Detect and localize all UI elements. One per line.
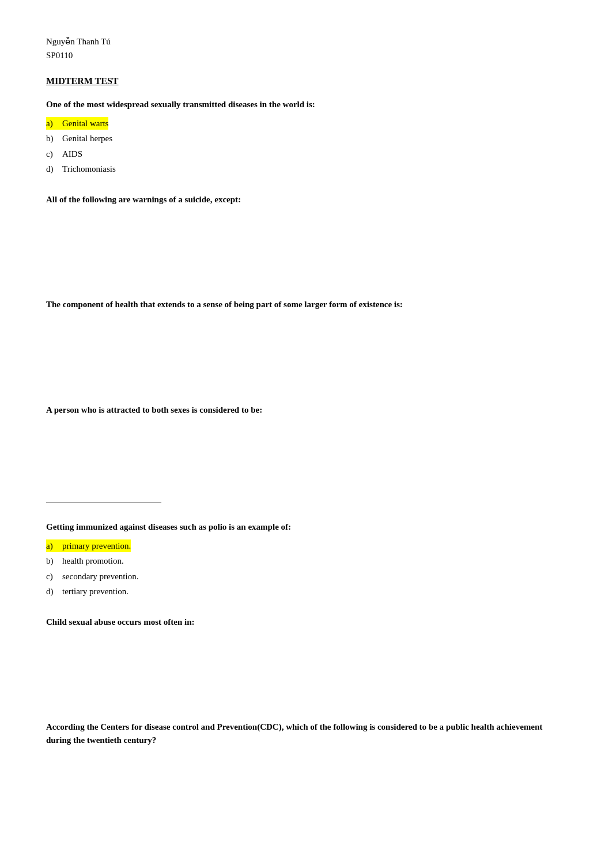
options-list-q5: a) primary prevention. b) health promoti… (46, 539, 566, 598)
option-q1-a: a) Genital warts (46, 117, 566, 130)
student-info: Nguyễn Thanh Tú SP0110 (46, 35, 566, 62)
option-text-q5-d: tertiary prevention. (62, 585, 129, 598)
option-q1-d: d) Trichomoniasis (46, 163, 566, 176)
option-label-q5-c: c) (46, 570, 62, 583)
option-q1-b: b) Genital herpes (46, 132, 566, 145)
answer-space-q6 (46, 634, 566, 703)
question-block-q2: All of the following are warnings of a s… (46, 193, 566, 281)
option-text-q5-a: primary prevention. (62, 539, 131, 553)
option-text-q1-a: Genital warts (62, 117, 108, 130)
question-block-q4: A person who is attracted to both sexes … (46, 403, 566, 504)
question-block-q6: Child sexual abuse occurs most often in: (46, 616, 566, 704)
option-text-q1-b: Genital herpes (62, 132, 112, 145)
option-label-q1-b: b) (46, 132, 62, 145)
option-q5-d: d) tertiary prevention. (46, 585, 566, 598)
option-label-q1-d: d) (46, 163, 62, 176)
option-text-q1-d: Trichomoniasis (62, 163, 116, 176)
student-name: Nguyễn Thanh Tú (46, 35, 566, 48)
option-label-q1-c: c) (46, 148, 62, 161)
question-text-q1: One of the most widespread sexually tran… (46, 98, 566, 111)
option-text-q1-c: AIDS (62, 148, 82, 161)
answer-space-q3 (46, 317, 566, 386)
question-block-q5: Getting immunized against diseases such … (46, 520, 566, 598)
question-text-q2: All of the following are warnings of a s… (46, 193, 566, 206)
answer-space-q2 (46, 212, 566, 281)
option-q5-c: c) secondary prevention. (46, 570, 566, 583)
question-text-q5: Getting immunized against diseases such … (46, 520, 566, 534)
option-q1-c: c) AIDS (46, 148, 566, 161)
answer-space-q4 (46, 422, 566, 491)
option-label-q5-b: b) (46, 554, 62, 568)
option-label-q1-a: a) (46, 117, 62, 130)
question-block-q7: According the Centers for disease contro… (46, 720, 566, 746)
option-label-q5-a: a) (46, 539, 62, 553)
student-id: SP0110 (46, 48, 566, 62)
option-q5-a: a) primary prevention. (46, 539, 566, 553)
question-text-q6: Child sexual abuse occurs most often in: (46, 616, 566, 629)
question-block-q3: The component of health that extends to … (46, 298, 566, 386)
options-list-q1: a) Genital warts b) Genital herpes c) AI… (46, 117, 566, 176)
option-label-q5-d: d) (46, 585, 62, 598)
test-title: MIDTERM TEST (46, 76, 566, 86)
question-text-q4: A person who is attracted to both sexes … (46, 403, 566, 417)
option-q5-b: b) health promotion. (46, 554, 566, 568)
divider-line (46, 503, 161, 503)
question-text-q7: According the Centers for disease contro… (46, 720, 566, 746)
option-text-q5-b: health promotion. (62, 554, 124, 568)
option-text-q5-c: secondary prevention. (62, 570, 138, 583)
question-block-q1: One of the most widespread sexually tran… (46, 98, 566, 176)
question-text-q3: The component of health that extends to … (46, 298, 566, 311)
